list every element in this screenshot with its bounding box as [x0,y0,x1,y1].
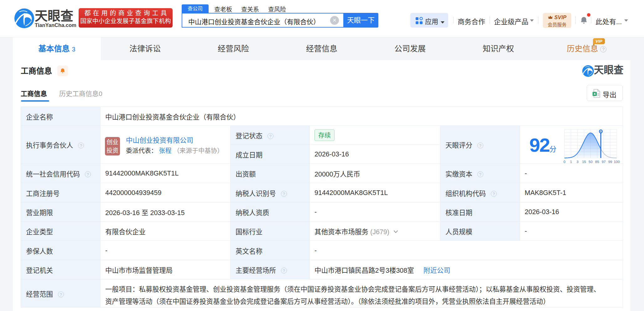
svg-text:85: 85 [595,160,599,164]
svg-text:50: 50 [589,160,593,164]
svg-text:100: 100 [614,160,620,164]
svg-text:99: 99 [608,160,612,164]
svg-text:0: 0 [564,160,565,164]
svg-text:97: 97 [602,160,606,164]
svg-text:1: 1 [570,160,572,164]
svg-text:15: 15 [582,160,586,164]
svg-text:3: 3 [577,160,579,164]
